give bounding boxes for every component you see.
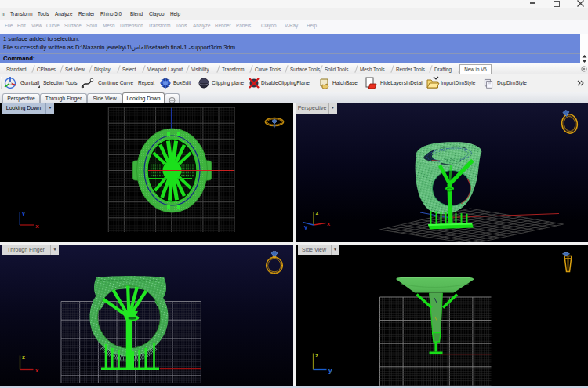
svg-text:z: z (315, 209, 318, 216)
svg-text:x: x (35, 223, 39, 230)
svg-text:y: y (22, 209, 26, 216)
svg-text:z: z (22, 353, 25, 360)
svg-text:x: x (35, 367, 39, 374)
svg-text:y: y (328, 367, 332, 374)
svg-text:z: z (315, 351, 318, 358)
